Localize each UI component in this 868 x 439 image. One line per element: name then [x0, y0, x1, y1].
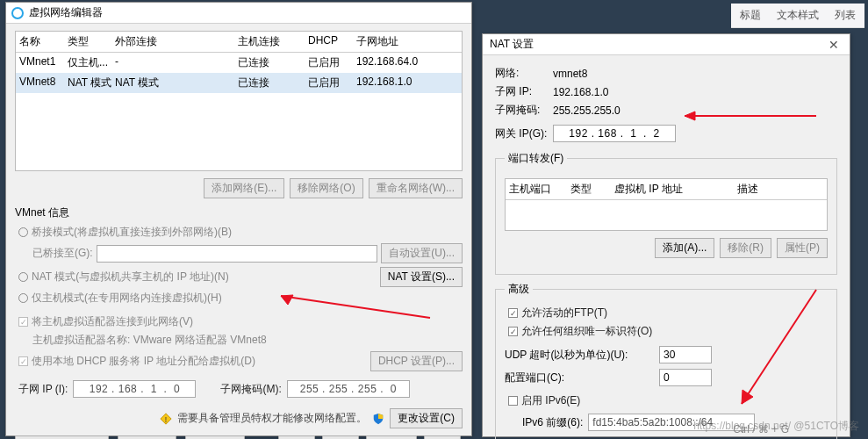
change-settings-button[interactable]: 更改设置(C) [390, 408, 463, 428]
bridge-to-select[interactable] [97, 245, 378, 263]
remove-network-button[interactable]: 移除网络(O) [290, 178, 362, 198]
radio-hostonly-label: 仅主机模式(在专用网络内连接虚拟机)(H) [32, 291, 222, 306]
chk-connect-adapter[interactable]: ✓ [18, 317, 28, 327]
bg-tab-heading[interactable]: 标题 [740, 8, 761, 23]
watermark-text: https://blog.csdn.net/ @51CTO博客 [693, 419, 859, 434]
radio-bridge[interactable] [18, 227, 28, 237]
chk-enable-ipv6[interactable] [508, 396, 518, 406]
annotation-arrow-icon [728, 281, 834, 413]
table-row[interactable]: VMnet8 NAT 模式 NAT 模式 已连接 已启用 192.168.1.0 [16, 73, 462, 93]
svg-marker-3 [281, 295, 293, 305]
pf-col-type: 类型 [570, 182, 614, 197]
udp-timeout-input[interactable] [659, 346, 712, 363]
port-forwarding-group: 端口转发(F) 主机端口 类型 虚拟机 IP 地址 描述 添加(A)... 移除… [495, 151, 837, 275]
subnet-ip-label: 子网 IP (I): [18, 382, 68, 397]
nat-title: NAT 设置 [490, 37, 534, 52]
radio-nat[interactable] [18, 272, 28, 282]
apply-button[interactable]: 应用(A) [366, 435, 417, 439]
pf-col-host: 主机端口 [509, 182, 570, 197]
pf-col-ip: 虚拟机 IP 地址 [614, 182, 737, 197]
auto-settings-button[interactable]: 自动设置(U)... [381, 243, 463, 263]
port-forwarding-table[interactable]: 主机端口 类型 虚拟机 IP 地址 描述 [505, 178, 828, 231]
bg-tab-list[interactable]: 列表 [835, 8, 856, 23]
gateway-ip-input[interactable] [553, 125, 676, 142]
chk-any-oui[interactable]: ✓ [508, 327, 518, 336]
col-host: 主机连接 [238, 34, 308, 49]
port-forwarding-title: 端口转发(F) [505, 151, 567, 166]
network-label: 网络: [495, 66, 548, 81]
subnet-ip-input[interactable] [73, 380, 196, 398]
export-button[interactable]: 导出(X)... [185, 435, 245, 439]
rename-network-button[interactable]: 重命名网络(W)... [369, 178, 463, 198]
col-sub: 子网地址 [356, 34, 458, 49]
subnet-ip-label: 子网 IP: [495, 84, 548, 99]
cancel-button[interactable]: 取消 [322, 435, 359, 439]
admin-warning-text: 需要具备管理员特权才能修改网络配置。 [177, 411, 367, 426]
network-value: vmnet8 [553, 68, 587, 80]
virtual-network-editor-window: 虚拟网络编辑器 名称 类型 外部连接 主机连接 DHCP 子网地址 VMnet1… [5, 2, 472, 436]
vmware-icon [11, 7, 24, 19]
vmnet-table-header: 名称 类型 外部连接 主机连接 DHCP 子网地址 [16, 32, 462, 53]
chk-active-ftp[interactable]: ✓ [508, 308, 518, 318]
chk-use-dhcp[interactable]: ✓ [18, 356, 28, 366]
gateway-ip-label: 网关 IP(G): [495, 126, 548, 141]
vmnet-info-title: VMnet 信息 [15, 205, 463, 220]
udp-timeout-label: UDP 超时(以秒为单位)(U): [505, 348, 654, 363]
subnet-mask-label: 子网掩码: [495, 103, 548, 118]
chk-enable-ipv6-label: 启用 IPv6(E) [521, 393, 580, 408]
subnet-mask-input[interactable] [287, 380, 410, 398]
vneditor-titlebar[interactable]: 虚拟网络编辑器 [6, 3, 471, 24]
radio-bridge-label: 桥接模式(将虚拟机直接连接到外部网络)(B) [32, 225, 232, 240]
col-type: 类型 [68, 34, 115, 49]
nat-titlebar[interactable]: NAT 设置 ✕ [483, 34, 850, 55]
add-network-button[interactable]: 添加网络(E)... [204, 178, 284, 198]
chk-active-ftp-label: 允许活动的FTP(T) [521, 306, 607, 320]
restore-defaults-button[interactable]: 还原默认设置(R) [15, 435, 109, 439]
annotation-arrow-icon [676, 105, 825, 126]
help-button[interactable]: 帮助 [424, 435, 461, 439]
bridge-to-label: 已桥接至(G): [32, 246, 93, 261]
bg-format-toolbar: 标题 文本样式 列表 [731, 4, 864, 28]
ok-button[interactable]: 确定 [278, 435, 315, 439]
chk-any-oui-label: 允许任何组织唯一标识符(O) [521, 324, 652, 339]
import-button[interactable]: 导入(T)... [118, 435, 176, 439]
radio-nat-label: NAT 模式(与虚拟机共享主机的 IP 地址)(N) [32, 270, 229, 284]
subnet-mask-value: 255.255.255.0 [553, 104, 621, 117]
pf-properties-button[interactable]: 属性(P) [777, 238, 828, 258]
adapter-name-text: 主机虚拟适配器名称: VMware 网络适配器 VMnet8 [32, 333, 267, 348]
table-row[interactable]: VMnet1 仅主机... - 已连接 已启用 192.168.64.0 [16, 53, 462, 73]
config-port-input[interactable] [659, 369, 712, 386]
chk-connect-adapter-label: 将主机虚拟适配器连接到此网络(V) [32, 314, 193, 329]
config-port-label: 配置端口(C): [505, 371, 654, 385]
svg-line-6 [742, 290, 816, 404]
nat-settings-button[interactable]: NAT 设置(S)... [380, 267, 463, 287]
vneditor-title: 虚拟网络编辑器 [29, 5, 103, 20]
svg-line-2 [281, 296, 430, 318]
col-name: 名称 [19, 34, 68, 49]
uac-shield-icon [372, 413, 384, 425]
dhcp-settings-button[interactable]: DHCP 设置(P)... [370, 351, 463, 371]
warning-icon: ! [160, 413, 172, 425]
col-dhcp: DHCP [308, 34, 356, 49]
svg-text:!: ! [165, 414, 167, 423]
chk-use-dhcp-label: 使用本地 DHCP 服务将 IP 地址分配给虚拟机(D) [32, 354, 255, 369]
svg-marker-7 [742, 390, 753, 404]
pf-remove-button[interactable]: 移除(R) [720, 238, 771, 258]
pf-add-button[interactable]: 添加(A)... [655, 238, 714, 258]
vmnet-table[interactable]: 名称 类型 外部连接 主机连接 DHCP 子网地址 VMnet1 仅主机... … [15, 31, 463, 171]
svg-marker-5 [685, 112, 695, 120]
annotation-arrow-icon [263, 291, 439, 327]
close-icon[interactable]: ✕ [825, 38, 843, 52]
subnet-ip-value: 192.168.1.0 [553, 86, 608, 98]
ipv6-prefix-label: IPv6 前缀(6): [522, 415, 583, 430]
subnet-mask-label: 子网掩码(M): [220, 382, 281, 397]
advanced-title: 高级 [505, 282, 533, 297]
col-ext: 外部连接 [115, 34, 238, 49]
bg-tab-textstyle[interactable]: 文本样式 [777, 8, 819, 23]
radio-hostonly[interactable] [18, 293, 28, 303]
pf-col-desc: 描述 [737, 182, 823, 197]
